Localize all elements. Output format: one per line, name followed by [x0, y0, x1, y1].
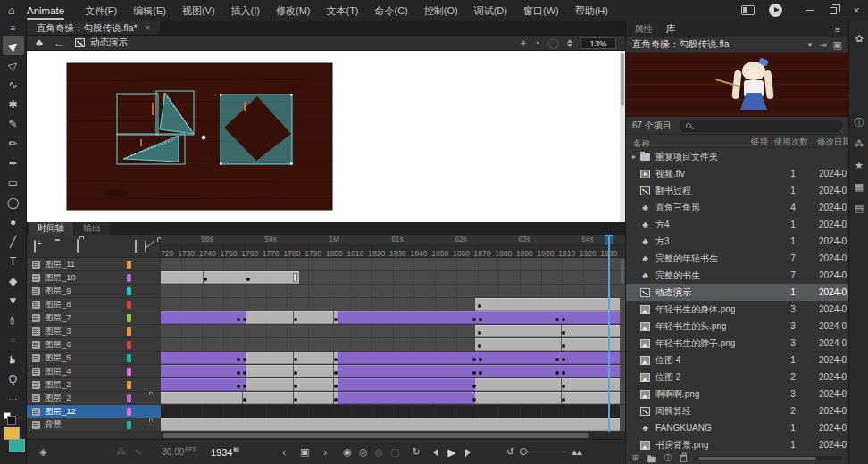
library-item-2[interactable]: 翻书过程12024-0 — [626, 182, 848, 199]
layer-frames-row-4[interactable] — [161, 311, 625, 325]
new-folder-icon[interactable] — [647, 456, 656, 461]
eyedropper-tool[interactable]: ✑ — [3, 311, 24, 330]
library-item-1[interactable]: 视频.flv12024-0 — [626, 165, 848, 182]
scene-symbol-icon[interactable]: ♣ — [36, 37, 43, 48]
tab-close-icon[interactable]: × — [146, 23, 151, 33]
keyframe-dot[interactable] — [479, 358, 482, 361]
delete-item-icon[interactable] — [680, 455, 686, 462]
keyframe-dot[interactable] — [243, 318, 246, 321]
layer-color-chip[interactable] — [127, 368, 131, 376]
library-item-11[interactable]: 年轻书生的脖子.png32024-0 — [626, 335, 848, 352]
library-item-13[interactable]: 位图 222024-0 — [626, 369, 848, 385]
zoom-level-input[interactable]: 13% — [580, 37, 616, 49]
column-modified[interactable]: 修改日期 — [817, 137, 851, 148]
layer-row-3[interactable]: 图层_8 — [27, 298, 161, 311]
line-tool[interactable]: ╱ — [3, 232, 24, 252]
layer-frames-row-10[interactable] — [161, 392, 625, 405]
menubar-item-6[interactable]: 命令(C) — [367, 0, 416, 21]
keyframe-dot[interactable] — [237, 385, 240, 388]
center-stage-icon[interactable]: ⌖ — [521, 38, 526, 48]
layer-color-chip[interactable] — [127, 394, 131, 402]
layer-frames-row-11[interactable] — [161, 405, 625, 418]
layer-row-10[interactable]: 图层_2 — [27, 392, 161, 405]
frame-span-dark[interactable] — [161, 405, 620, 418]
timeline-vertical-scrollbar[interactable] — [621, 259, 624, 284]
keyframe-dot[interactable] — [562, 398, 565, 402]
edit-multiple-frames-icon[interactable]: ◍ — [375, 447, 384, 457]
frame-view-column-icon[interactable] — [135, 240, 137, 253]
more-tools-icon[interactable]: … — [8, 391, 18, 402]
dock-align-icon[interactable]: ⁂ — [849, 139, 868, 149]
step-forward-one-frame-icon[interactable]: › — [323, 447, 327, 458]
layer-row-0[interactable]: 图层_11 — [27, 258, 161, 271]
layer-frames-row-2[interactable] — [161, 285, 625, 298]
loop-playback-icon[interactable]: ↻ — [413, 447, 421, 457]
delete-layer-icon[interactable] — [77, 239, 79, 253]
layer-color-chip[interactable] — [127, 341, 131, 349]
frame-span-gray[interactable] — [475, 298, 620, 311]
keyframe-dot[interactable] — [478, 304, 481, 308]
item-properties-icon[interactable]: ⓘ — [664, 454, 672, 462]
menubar-item-8[interactable]: 调试(D) — [466, 0, 515, 21]
library-item-9[interactable]: 年轻书生的身体.png32024-0 — [626, 301, 848, 318]
fluid-brush-tool[interactable]: ✎ — [3, 114, 24, 134]
frame-span-gray[interactable] — [246, 311, 338, 324]
keyframe-dot[interactable] — [243, 398, 246, 402]
library-item-10[interactable]: 年轻书生的头.png32024-0 — [626, 318, 848, 335]
layer-frames-row-7[interactable] — [161, 352, 625, 365]
keyframe-dot[interactable] — [334, 385, 338, 388]
layer-row-9[interactable]: 图层_2 — [27, 378, 161, 392]
timeline-zoom-slider[interactable] — [522, 452, 566, 452]
frame-span-gray[interactable] — [475, 378, 620, 391]
library-item-7[interactable]: ♣完整的书生72024-0 — [626, 267, 848, 284]
frame-span-gray[interactable] — [161, 392, 338, 404]
library-item-0[interactable]: ▸重复项目文件夹 — [626, 148, 848, 165]
stroke-color-swatch[interactable] — [9, 439, 25, 452]
default-colors-icon[interactable] — [4, 412, 11, 419]
layer-color-chip[interactable] — [127, 287, 131, 295]
frame-span-gray[interactable] — [475, 392, 620, 404]
library-item-15[interactable]: 周髀算经22024-0 — [626, 402, 848, 419]
dock-history-icon[interactable]: ★ — [849, 161, 868, 170]
dock-info-icon[interactable]: ⓘ — [849, 118, 868, 128]
layer-row-1[interactable]: 图层_10 — [27, 271, 161, 285]
frames-area[interactable] — [161, 258, 625, 432]
keyframe-dot[interactable] — [334, 358, 338, 361]
keyframe-dot[interactable] — [555, 371, 559, 375]
layer-row-12[interactable]: 背景 — [27, 418, 161, 432]
keyframe-dot[interactable] — [237, 371, 240, 375]
hide-column-icon[interactable] — [145, 240, 146, 253]
new-layer-icon[interactable] — [34, 240, 36, 253]
zoom-tool[interactable]: Q — [3, 369, 24, 389]
keyframe-dot[interactable] — [294, 385, 297, 388]
frame-span-gray[interactable] — [475, 338, 620, 351]
library-item-16[interactable]: ♣FANGKUANG12024-0 — [626, 419, 848, 436]
keyframe-dot[interactable] — [334, 371, 338, 375]
chevron-down-icon[interactable]: ▾ — [808, 40, 813, 49]
lasso-tool[interactable]: ∿ — [3, 75, 24, 95]
zoom-stepper[interactable] — [567, 39, 572, 47]
graph-editor-icon[interactable]: ∿ — [134, 447, 142, 457]
library-horizontal-scrollbar[interactable] — [695, 456, 842, 460]
asset-warp-tool[interactable]: ✱ — [3, 95, 24, 114]
keyframe-dot[interactable] — [246, 278, 250, 281]
layer-row-2[interactable]: 图层_9 — [27, 285, 161, 298]
library-item-14[interactable]: 啊啊啊.png32024-0 — [626, 385, 848, 402]
ink-bottle-tool[interactable]: ▼ — [3, 291, 24, 311]
expand-arrow-icon[interactable]: ▸ — [632, 153, 640, 161]
quick-share-play-icon[interactable] — [769, 4, 782, 17]
classic-brush-tool[interactable]: ✏ — [3, 134, 24, 153]
frame-span-purple[interactable] — [338, 378, 475, 391]
layer-parenting-icon[interactable]: ⁂ — [116, 447, 126, 457]
layer-color-chip[interactable] — [127, 354, 131, 362]
keyframe-dot[interactable] — [243, 385, 246, 388]
keyframe-dot[interactable] — [294, 358, 297, 361]
layer-color-chip[interactable] — [127, 314, 131, 322]
library-item-12[interactable]: 位图 412024-0 — [626, 352, 848, 369]
keyframe-dot[interactable] — [472, 358, 476, 361]
frame-span-purple[interactable] — [161, 352, 246, 364]
frame-span-purple[interactable] — [338, 392, 475, 404]
new-symbol-icon[interactable]: ⊞ — [632, 454, 639, 462]
hand-tool[interactable]: ☛ — [3, 350, 24, 369]
library-document-name[interactable]: 直角奇缘：勾股传说.fla — [632, 38, 802, 51]
